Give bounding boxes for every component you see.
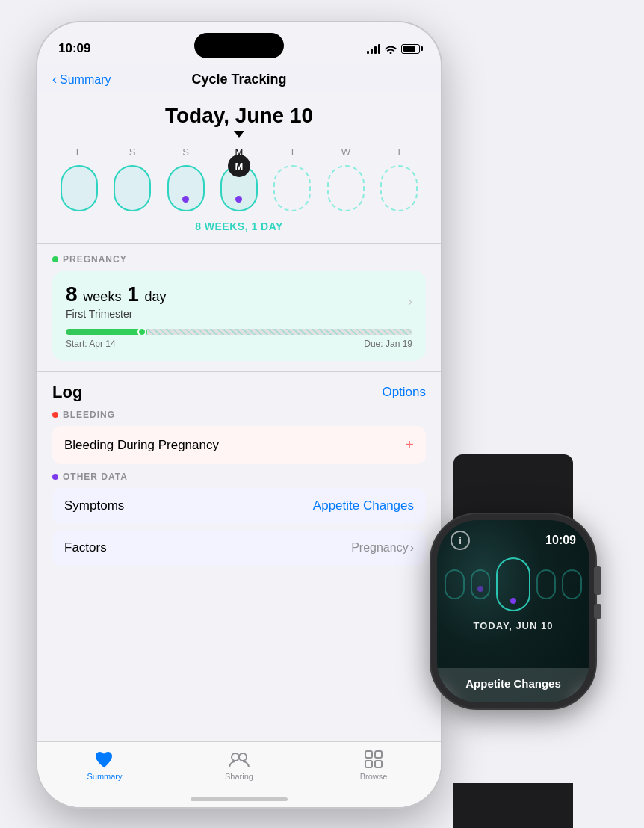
pregnancy-weeks-row: 8 weeks 1 day <box>66 282 167 306</box>
weeks-text: weeks <box>83 289 121 304</box>
battery-icon <box>401 44 420 54</box>
date-arrow <box>52 131 426 138</box>
tab-summary-label: Summary <box>87 772 122 781</box>
watch-dot-center <box>510 598 516 604</box>
watch-band-top <box>453 454 573 522</box>
weeks-label: 8 WEEKS, 1 DAY <box>52 216 426 243</box>
bubble-dot-s2 <box>182 196 189 203</box>
day-number: 1 <box>127 282 139 306</box>
status-icons <box>367 43 420 54</box>
down-arrow-icon <box>234 131 244 138</box>
status-time: 10:09 <box>58 41 90 56</box>
other-dot <box>52 474 58 480</box>
day-badge: M <box>228 155 250 177</box>
bleeding-category: BLEEDING Bleeding During Pregnancy + <box>52 410 426 464</box>
browse-icon <box>364 750 383 769</box>
tab-browse[interactable]: Browse <box>344 750 403 781</box>
pregnancy-label: PREGNANCY <box>52 254 426 265</box>
apple-watch: i 10:09 <box>405 514 622 791</box>
day-text: day <box>145 289 167 304</box>
day-label-s1: S <box>114 146 151 158</box>
current-date: Today, June 10 <box>52 104 426 128</box>
watch-band-bottom <box>453 783 573 828</box>
cycle-bubble-m[interactable]: M <box>220 165 258 211</box>
pregnancy-detail: 8 weeks 1 day First Trimester <box>66 282 167 320</box>
tab-browse-label: Browse <box>360 772 388 781</box>
pregnancy-trimester: First Trimester <box>66 308 167 320</box>
watch-status-bar: i 10:09 <box>437 520 589 554</box>
symptoms-item[interactable]: Symptoms Appetite Changes <box>52 488 426 524</box>
home-indicator <box>191 797 288 801</box>
watch-dot-s2 <box>477 586 483 592</box>
chevron-right-icon: › <box>408 294 412 309</box>
log-title: Log <box>52 383 82 402</box>
tab-sharing-label: Sharing <box>225 772 253 781</box>
watch-bubble-r2 <box>562 569 582 599</box>
cycle-bubble-t2[interactable] <box>380 165 418 211</box>
watch-bottom-banner: Appetite Changes <box>437 668 589 702</box>
pregnancy-weeks-num: 8 weeks 1 day <box>66 282 167 306</box>
progress-dot <box>137 329 146 335</box>
pregnancy-card[interactable]: 8 weeks 1 day First Trimester › <box>52 271 426 361</box>
bleeding-label-text: BLEEDING <box>63 410 115 420</box>
svg-rect-3 <box>375 751 382 758</box>
tab-sharing[interactable]: Sharing <box>209 750 269 781</box>
pregnancy-dot <box>52 256 58 262</box>
other-label-text: OTHER DATA <box>63 472 128 482</box>
info-icon: i <box>459 535 462 546</box>
nav-bar: ‹ Summary Cycle Tracking <box>37 64 441 93</box>
tab-summary[interactable]: Summary <box>75 750 134 781</box>
pregnancy-section: PREGNANCY 8 weeks 1 <box>52 244 426 371</box>
symptoms-value: Appetite Changes <box>313 498 414 513</box>
day-badge-letter: M <box>235 161 244 172</box>
bleeding-label-row: BLEEDING <box>52 410 426 420</box>
svg-rect-2 <box>365 751 372 758</box>
watch-case: i 10:09 <box>431 514 595 708</box>
back-button[interactable]: ‹ Summary <box>52 72 111 87</box>
watch-banner-text: Appetite Changes <box>465 677 561 690</box>
heart-icon <box>94 750 115 769</box>
cycle-bubble-w[interactable] <box>327 165 365 211</box>
cycle-bubble-t1[interactable] <box>273 165 311 211</box>
watch-side-button <box>594 604 601 619</box>
watch-crown <box>594 566 601 595</box>
progress-labels: Start: Apr 14 Due: Jan 19 <box>66 339 412 349</box>
chevron-left-icon: ‹ <box>52 72 57 87</box>
svg-point-1 <box>239 753 247 761</box>
iphone-inner: 10:09 <box>37 22 441 807</box>
sharing-icon <box>228 750 250 769</box>
day-label-t1: T <box>273 146 311 158</box>
factors-text: Factors <box>64 540 107 555</box>
options-button[interactable]: Options <box>382 385 426 400</box>
due-label: Due: Jan 19 <box>364 339 412 349</box>
weeks-number: 8 <box>66 282 78 306</box>
progress-container: Start: Apr 14 Due: Jan 19 <box>66 329 412 349</box>
svg-rect-5 <box>375 761 382 767</box>
day-label-w: W <box>327 146 365 158</box>
svg-rect-4 <box>365 761 372 767</box>
back-label: Summary <box>60 73 111 87</box>
factors-item[interactable]: Factors Pregnancy › <box>52 530 426 566</box>
signal-icon <box>367 43 380 54</box>
watch-screen: i 10:09 <box>437 520 589 702</box>
add-bleeding-icon[interactable]: + <box>405 436 414 454</box>
svg-point-0 <box>232 753 239 761</box>
bubble-dot-m <box>235 196 242 203</box>
cycle-bubble-s2[interactable] <box>167 165 205 211</box>
iphone: 10:09 <box>37 22 441 807</box>
dynamic-island <box>194 33 284 58</box>
cycle-bubble-s1[interactable] <box>114 165 151 211</box>
watch-bubble-s1 <box>445 569 465 599</box>
progress-bar <box>66 329 412 335</box>
pregnancy-section-text: PREGNANCY <box>63 254 127 265</box>
cycle-row: M <box>52 161 426 216</box>
watch-time: 10:09 <box>545 534 576 547</box>
watch-info-button[interactable]: i <box>451 531 470 550</box>
date-header: Today, June 10 <box>52 93 426 143</box>
factors-value-text: Pregnancy <box>351 541 409 554</box>
progress-fill <box>66 329 142 335</box>
cycle-bubble-f[interactable] <box>61 165 98 211</box>
scene: 10:09 <box>0 0 644 828</box>
day-label-s2: S <box>167 146 205 158</box>
bleeding-item[interactable]: Bleeding During Pregnancy + <box>52 426 426 464</box>
